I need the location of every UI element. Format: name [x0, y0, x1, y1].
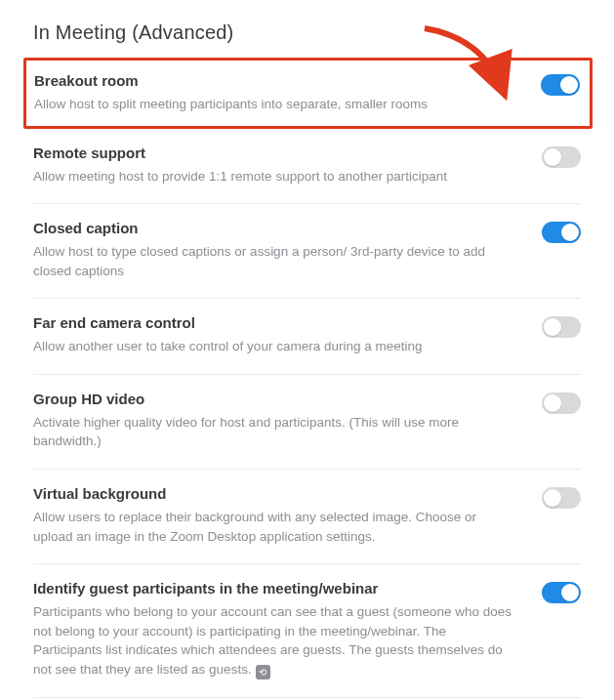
setting-row-virtual-background: Virtual backgroundAllow users to replace… — [33, 470, 581, 564]
setting-row-remote-support: Remote supportAllow meeting host to prov… — [33, 129, 581, 205]
setting-title: Group HD video — [33, 391, 518, 407]
setting-description-text: Activate higher quality video for host a… — [33, 415, 459, 449]
setting-row-far-end-camera: Far end camera controlAllow another user… — [33, 299, 581, 375]
toggle-remote-support[interactable] — [542, 146, 581, 168]
setting-description-text: Allow host to split meeting participants… — [34, 97, 428, 111]
toggle-cell — [541, 72, 580, 100]
toggle-knob — [561, 584, 579, 601]
setting-title: Remote support — [33, 144, 518, 161]
setting-title: Identify guest participants in the meeti… — [33, 580, 518, 597]
setting-title: Breakout room — [34, 72, 517, 89]
toggle-knob — [544, 489, 561, 507]
setting-row-identify-guest: Identify guest participants in the meeti… — [33, 564, 581, 698]
setting-title: Far end camera control — [33, 314, 518, 331]
toggle-group-hd-video[interactable] — [542, 392, 581, 414]
toggle-identify-guest[interactable] — [542, 582, 581, 603]
toggle-closed-caption[interactable] — [542, 222, 581, 243]
setting-text: Closed captionAllow host to type closed … — [33, 220, 542, 280]
setting-text: Far end camera controlAllow another user… — [33, 314, 542, 356]
setting-title: Virtual background — [33, 485, 518, 502]
setting-row-breakout-room: Breakout roomAllow host to split meeting… — [23, 58, 593, 129]
page-title: In Meeting (Advanced) — [33, 21, 581, 44]
setting-description: Allow users to replace their background … — [33, 508, 518, 546]
setting-text: Identify guest participants in the meeti… — [33, 580, 542, 679]
toggle-knob — [561, 224, 579, 241]
settings-list: Breakout roomAllow host to split meeting… — [33, 58, 581, 698]
reset-icon[interactable]: ⟲ — [256, 665, 270, 679]
setting-text: Virtual backgroundAllow users to replace… — [33, 485, 542, 546]
setting-description: Allow another user to take control of yo… — [33, 337, 518, 356]
setting-description-text: Allow users to replace their background … — [33, 510, 476, 544]
setting-description: Participants who belong to your account … — [33, 602, 518, 679]
toggle-cell — [542, 220, 581, 247]
setting-description: Activate higher quality video for host a… — [33, 413, 518, 451]
setting-row-group-hd-video: Group HD videoActivate higher quality vi… — [33, 375, 581, 470]
setting-description: Allow host to type closed captions or as… — [33, 242, 518, 280]
setting-title: Closed caption — [33, 220, 518, 236]
toggle-knob — [544, 394, 561, 412]
toggle-breakout-room[interactable] — [541, 74, 580, 96]
toggle-cell — [542, 485, 581, 513]
toggle-cell — [542, 391, 581, 418]
toggle-far-end-camera[interactable] — [542, 316, 581, 338]
setting-description: Allow host to split meeting participants… — [34, 95, 517, 114]
setting-description-text: Allow host to type closed captions or as… — [33, 244, 485, 278]
setting-description-text: Allow meeting host to provide 1:1 remote… — [33, 169, 447, 184]
setting-text: Breakout roomAllow host to split meeting… — [34, 72, 541, 114]
toggle-knob — [544, 318, 561, 336]
toggle-cell — [542, 580, 581, 607]
toggle-knob — [544, 148, 561, 166]
setting-description: Allow meeting host to provide 1:1 remote… — [33, 167, 518, 186]
toggle-virtual-background[interactable] — [542, 487, 581, 509]
toggle-cell — [542, 314, 581, 342]
setting-text: Remote supportAllow meeting host to prov… — [33, 144, 542, 186]
toggle-cell — [542, 144, 581, 172]
setting-description-text: Participants who belong to your account … — [33, 604, 512, 677]
setting-row-closed-caption: Closed captionAllow host to type closed … — [33, 204, 581, 299]
toggle-knob — [560, 76, 578, 94]
setting-text: Group HD videoActivate higher quality vi… — [33, 391, 542, 451]
setting-description-text: Allow another user to take control of yo… — [33, 339, 422, 353]
